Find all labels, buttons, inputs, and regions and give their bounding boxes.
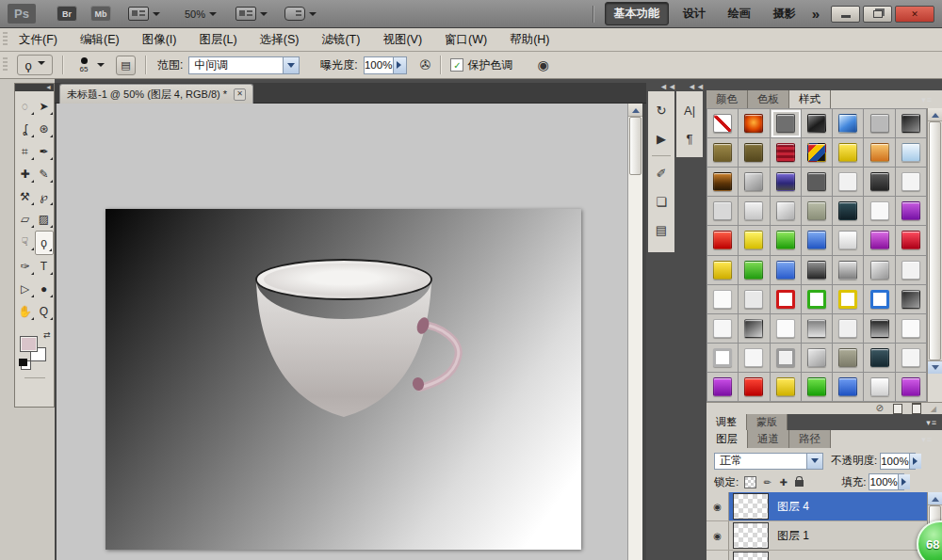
- menu-item[interactable]: 窗口(W): [433, 32, 498, 48]
- style-swatch-cell[interactable]: [771, 314, 802, 344]
- layer-row[interactable]: ◉: [706, 551, 927, 560]
- style-swatch-cell[interactable]: [771, 109, 802, 138]
- lock-all-icon[interactable]: [795, 480, 804, 487]
- style-swatch-cell[interactable]: [739, 314, 770, 344]
- style-swatch-cell[interactable]: [833, 109, 864, 138]
- exposure-input[interactable]: 100%: [364, 56, 407, 74]
- gradient-tool[interactable]: ▨: [35, 208, 54, 231]
- style-swatch-cell[interactable]: [771, 373, 802, 402]
- menu-item[interactable]: 帮助(H): [498, 32, 560, 48]
- tab-样式[interactable]: 样式: [789, 90, 831, 108]
- restore-button[interactable]: [863, 6, 892, 23]
- style-swatch-cell[interactable]: [771, 197, 802, 226]
- style-swatch-cell[interactable]: [707, 226, 739, 255]
- lock-position-icon[interactable]: ✚: [776, 477, 790, 488]
- foreground-color-swatch[interactable]: [20, 336, 38, 352]
- style-swatch-cell[interactable]: [739, 138, 770, 168]
- mini-bridge-button[interactable]: Mb: [90, 6, 111, 22]
- fill-input[interactable]: 100%: [869, 473, 904, 490]
- style-swatch-cell[interactable]: [864, 285, 895, 314]
- slider-arrow-icon[interactable]: [898, 474, 910, 489]
- tab-close-icon[interactable]: ✕: [234, 88, 246, 101]
- style-swatch-cell[interactable]: [896, 109, 927, 138]
- document-canvas[interactable]: [106, 209, 581, 550]
- style-swatch-cell[interactable]: [739, 197, 770, 226]
- menu-item[interactable]: 选择(S): [249, 32, 311, 48]
- type-tool[interactable]: T: [35, 255, 54, 278]
- style-swatch-cell[interactable]: [771, 168, 802, 197]
- tools-panel-header[interactable]: ◄: [15, 84, 54, 91]
- airbrush-toggle-icon[interactable]: ✇: [420, 57, 431, 72]
- style-swatch-cell[interactable]: [864, 109, 895, 138]
- style-swatch-cell[interactable]: [864, 197, 895, 226]
- style-swatch-cell[interactable]: [771, 285, 802, 314]
- more-workspaces-button[interactable]: »: [812, 6, 820, 22]
- document-tab[interactable]: 未标题-1 @ 50% (图层 4, RGB/8) * ✕: [59, 84, 253, 104]
- style-swatch-cell[interactable]: [802, 373, 833, 402]
- scrollbar-thumb[interactable]: [929, 121, 941, 360]
- menu-item[interactable]: 视图(V): [371, 32, 433, 48]
- style-swatch-cell[interactable]: [707, 256, 739, 285]
- style-swatch-cell[interactable]: [771, 226, 802, 255]
- clear-style-icon[interactable]: ⊘: [875, 404, 883, 413]
- style-swatch-cell[interactable]: [896, 373, 927, 402]
- clone-stamp-tool[interactable]: ⚒: [16, 185, 35, 208]
- style-swatch-cell[interactable]: [864, 344, 895, 373]
- style-swatch-cell[interactable]: [707, 138, 739, 168]
- pasteboard[interactable]: [57, 104, 627, 560]
- style-swatch-cell[interactable]: [739, 285, 770, 314]
- path-selection-tool[interactable]: ▷: [16, 278, 35, 300]
- style-swatch-cell[interactable]: [864, 138, 895, 168]
- style-swatch-cell[interactable]: [739, 256, 770, 285]
- hand-tool[interactable]: ✋: [16, 300, 35, 323]
- minimize-button[interactable]: [831, 6, 860, 23]
- style-swatch-cell[interactable]: [739, 373, 770, 402]
- style-swatch-cell[interactable]: [833, 168, 864, 197]
- tab-路径[interactable]: 路径: [789, 430, 831, 448]
- blend-mode-select[interactable]: 正常: [714, 453, 823, 470]
- scrollbar-thumb[interactable]: [629, 117, 642, 175]
- chevron-down-icon[interactable]: [260, 12, 268, 20]
- styles-scrollbar[interactable]: [927, 108, 942, 402]
- chevron-down-icon[interactable]: [209, 12, 217, 20]
- lock-transparent-pixels-icon[interactable]: [744, 476, 756, 488]
- tab-颜色[interactable]: 颜色: [706, 90, 748, 108]
- history-panel-icon[interactable]: ↻: [648, 96, 674, 124]
- style-swatch-cell[interactable]: [896, 256, 927, 285]
- layer-row[interactable]: ◉图层 4: [706, 492, 927, 521]
- move-tool[interactable]: ➤: [35, 95, 54, 118]
- menu-item[interactable]: 图层(L): [187, 32, 248, 48]
- tablet-pressure-icon[interactable]: ◉: [537, 57, 548, 72]
- style-swatch-cell[interactable]: [896, 197, 927, 226]
- chevron-down-icon[interactable]: [97, 63, 105, 71]
- actions-panel-icon[interactable]: ▶: [648, 124, 674, 152]
- scroll-up-icon[interactable]: [928, 492, 942, 505]
- swap-colors-icon[interactable]: ⇄: [43, 330, 51, 340]
- chevron-down-icon[interactable]: [309, 12, 317, 20]
- chevron-down-icon[interactable]: [806, 454, 822, 469]
- workspace-button[interactable]: 基本功能: [605, 2, 669, 25]
- quick-selection-tool[interactable]: ⊛: [35, 118, 54, 140]
- layer-visibility-toggle[interactable]: ◉: [706, 521, 729, 550]
- style-swatch-cell[interactable]: [864, 314, 895, 344]
- tab-色板[interactable]: 色板: [748, 90, 789, 108]
- style-swatch-cell[interactable]: [833, 138, 864, 168]
- paragraph-panel-icon[interactable]: ¶: [676, 124, 703, 152]
- style-swatch-cell[interactable]: [896, 314, 927, 344]
- smudge-tool[interactable]: ☟: [16, 231, 35, 253]
- style-swatch-cell[interactable]: [833, 344, 864, 373]
- pen-tool[interactable]: ✑: [16, 255, 35, 278]
- workspace-button[interactable]: 摄影: [765, 3, 804, 24]
- style-swatch-cell[interactable]: [833, 285, 864, 314]
- screen-mode-icon[interactable]: [284, 7, 305, 21]
- canvas-vertical-scrollbar[interactable]: [627, 104, 642, 560]
- style-swatch-cell[interactable]: [802, 168, 833, 197]
- style-swatch-cell[interactable]: [896, 168, 927, 197]
- style-swatch-cell[interactable]: [707, 168, 739, 197]
- workspace-button[interactable]: 绘画: [720, 3, 759, 24]
- style-swatch-cell[interactable]: [896, 138, 927, 168]
- menu-item[interactable]: 文件(F): [8, 32, 69, 48]
- layer-visibility-toggle[interactable]: ◉: [706, 551, 729, 560]
- layer-visibility-toggle[interactable]: ◉: [706, 492, 729, 520]
- elliptical-marquee-tool[interactable]: ◌: [16, 95, 35, 118]
